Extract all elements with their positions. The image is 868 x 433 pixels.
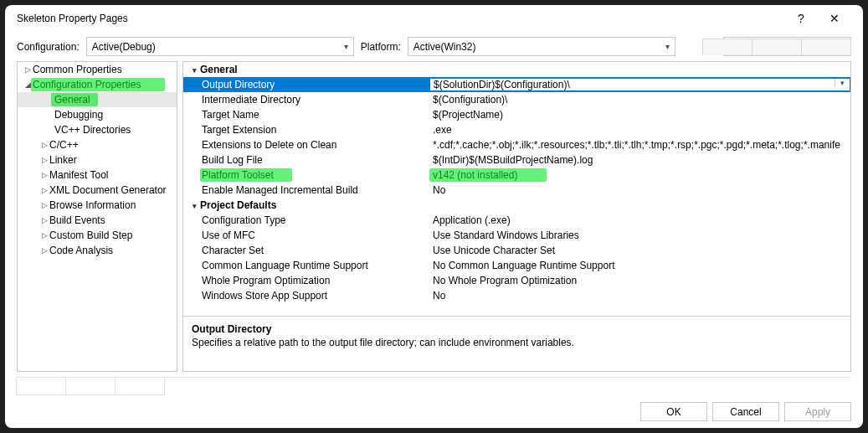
config-tree[interactable]: ▷Common Properties ◢Configuration Proper… — [17, 61, 177, 372]
help-icon[interactable]: ? — [784, 12, 818, 25]
tab-stubs-top — [703, 39, 851, 55]
description-text: Specifies a relative path to the output … — [192, 337, 842, 348]
property-pages-dialog: Skeleton Property Pages ? ✕ Configuratio… — [5, 5, 863, 428]
cancel-button[interactable]: Cancel — [712, 402, 779, 421]
group-general[interactable]: ▾General — [183, 62, 850, 77]
configuration-value: Active(Debug) — [92, 41, 156, 53]
ok-button[interactable]: OK — [640, 402, 707, 421]
prop-extensions-delete[interactable]: Extensions to Delete on Clean*.cdf;*.cac… — [183, 137, 850, 152]
configuration-combo[interactable]: Active(Debug) ▾ — [86, 37, 354, 56]
tree-buildevents[interactable]: ▷Build Events — [18, 213, 177, 228]
titlebar: Skeleton Property Pages ? ✕ — [5, 5, 863, 32]
tree-browse[interactable]: ▷Browse Information — [18, 198, 177, 213]
tree-general[interactable]: General — [18, 92, 177, 107]
tab-stubs-bottom — [17, 377, 851, 395]
tree-linker[interactable]: ▷Linker — [18, 152, 177, 168]
prop-winstore-support[interactable]: Windows Store App SupportNo — [183, 288, 850, 303]
dialog-footer: OK Cancel Apply — [5, 395, 863, 428]
prop-target-extension[interactable]: Target Extension.exe — [183, 122, 850, 137]
prop-use-of-mfc[interactable]: Use of MFCUse Standard Windows Libraries — [183, 228, 850, 243]
prop-build-log[interactable]: Build Log File$(IntDir)$(MSBuildProjectN… — [183, 152, 850, 168]
close-icon[interactable]: ✕ — [818, 12, 851, 25]
prop-managed-incremental[interactable]: Enable Managed Incremental BuildNo — [183, 183, 850, 198]
prop-configuration-type[interactable]: Configuration TypeApplication (.exe) — [183, 213, 850, 228]
prop-platform-toolset[interactable]: Platform Toolsetv142 (not installed) — [183, 168, 850, 183]
tree-ccpp[interactable]: ▷C/C++ — [18, 137, 177, 152]
tree-debugging[interactable]: Debugging — [18, 107, 177, 122]
configuration-label: Configuration: — [17, 41, 80, 53]
prop-output-directory[interactable]: Output Directory $(SolutionDir)$(Configu… — [183, 77, 850, 92]
property-grid-panel: ▾General Output Directory $(SolutionDir)… — [182, 61, 851, 372]
description-title: Output Directory — [192, 323, 842, 335]
tree-xmldoc[interactable]: ▷XML Document Generator — [18, 183, 177, 198]
platform-value: Active(Win32) — [413, 41, 476, 53]
prop-character-set[interactable]: Character SetUse Unicode Character Set — [183, 243, 850, 258]
group-project-defaults[interactable]: ▾Project Defaults — [183, 198, 850, 213]
chevron-down-icon: ▾ — [665, 42, 670, 51]
tree-manifest[interactable]: ▷Manifest Tool — [18, 168, 177, 183]
platform-combo[interactable]: Active(Win32) ▾ — [408, 37, 675, 56]
prop-intermediate-directory[interactable]: Intermediate Directory$(Configuration)\ — [183, 92, 850, 107]
tree-common-properties[interactable]: ▷Common Properties — [18, 62, 177, 77]
tree-custombuild[interactable]: ▷Custom Build Step — [18, 228, 177, 243]
tree-codeanalysis[interactable]: ▷Code Analysis — [18, 243, 177, 258]
apply-button: Apply — [784, 402, 851, 421]
tree-vcdirs[interactable]: VC++ Directories — [18, 122, 177, 137]
property-grid[interactable]: ▾General Output Directory $(SolutionDir)… — [183, 62, 850, 316]
prop-whole-program-opt[interactable]: Whole Program OptimizationNo Whole Progr… — [183, 273, 850, 288]
platform-label: Platform: — [361, 41, 401, 53]
prop-target-name[interactable]: Target Name$(ProjectName) — [183, 107, 850, 122]
window-title: Skeleton Property Pages — [17, 13, 784, 24]
tree-configuration-properties[interactable]: ◢Configuration Properties — [18, 77, 177, 92]
chevron-down-icon: ▾ — [344, 42, 348, 51]
description-panel: Output Directory Specifies a relative pa… — [183, 316, 850, 371]
chevron-down-icon[interactable]: ▾ — [835, 79, 850, 87]
prop-clr-support[interactable]: Common Language Runtime SupportNo Common… — [183, 258, 850, 273]
